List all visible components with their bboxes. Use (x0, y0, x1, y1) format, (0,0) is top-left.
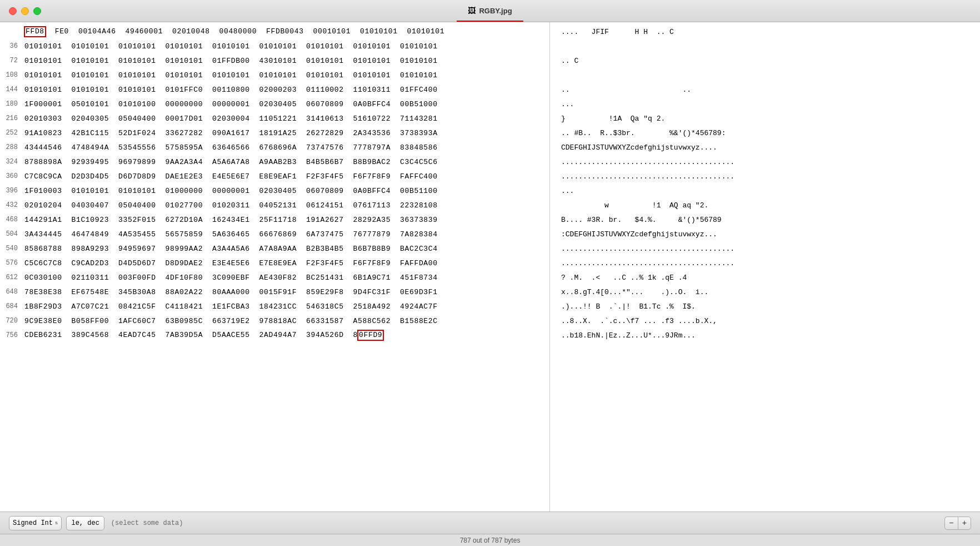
ascii-row: ........................................ (554, 256, 976, 270)
ascii-row: .... JFIF H H .. C (554, 24, 976, 39)
hex-row: 468 144291A1 B1C10923 3352F015 6272D10A … (0, 212, 549, 227)
hex-bytes: 1B8F29D3 A7C07C21 08421C5F C4118421 1E1F… (22, 302, 549, 311)
hex-row: 324 8788898A 92939495 96979899 9AA2A3A4 … (0, 155, 549, 169)
minus-icon: − (949, 519, 953, 528)
hex-bytes: 02010303 02040305 05040400 00017D01 0203… (22, 115, 549, 123)
hex-row: 576 C5C6C7C8 C9CAD2D3 D4D5D6D7 D8D9DAE2 … (0, 256, 549, 270)
highlight-ffd9: 0FFD9 (357, 330, 384, 341)
ascii-row: :CDEFGHIJSTUVWXYZcdefghijstuvwxyz... (554, 227, 976, 241)
row-offset: 576 (0, 259, 22, 267)
hex-panel[interactable]: FFD8 FE0 00104A46 49460001 02010048 0048… (0, 22, 550, 512)
hex-row: 108 01010101 01010101 01010101 01010101 … (0, 68, 549, 82)
ascii-row: } !1A Qa "q 2. (554, 111, 976, 126)
hex-row: 72 01010101 01010101 01010101 01010101 0… (0, 53, 549, 68)
ascii-row: ........................................ (554, 241, 976, 256)
hex-bytes: 01010101 01010101 01010101 0101FFC0 0011… (22, 86, 549, 94)
endian-select[interactable]: le, dec (66, 516, 104, 530)
hex-bytes: 01010101 01010101 01010101 01010101 0101… (22, 42, 549, 51)
hex-bytes: 01010101 01010101 01010101 01010101 0101… (22, 71, 549, 80)
ascii-row: CDEFGHIJSTUVWXYZcdefghijstuvwxyz.... (554, 140, 976, 155)
ascii-row: .)...!! B .`.|! B1.Tc .% I$. (554, 299, 976, 314)
row-offset: 684 (0, 302, 22, 310)
ascii-row: ? .M. .< ..C ..% 1k .qE .4 (554, 270, 976, 285)
hex-row: 288 43444546 4748494A 53545556 5758595A … (0, 140, 549, 155)
row-offset: 288 (0, 143, 22, 151)
hex-row: FFD8 FE0 00104A46 49460001 02010048 0048… (0, 24, 549, 39)
ascii-row: w !1 AQ aq "2. (554, 198, 976, 212)
chevron-up-down-icon: ⇅ (55, 520, 58, 526)
row-offset: 252 (0, 129, 22, 137)
hex-row: 360 C7C8C9CA D2D3D4D5 D6D7D8D9 DAE1E2E3 … (0, 169, 549, 183)
row-offset: 540 (0, 245, 22, 252)
status-bar: 787 out of 787 bytes (0, 534, 980, 546)
hex-row: 504 3A434445 46474849 4A535455 56575859 … (0, 227, 549, 241)
stepper-minus-button[interactable]: − (944, 517, 958, 530)
selection-status: (select some data) (111, 519, 183, 527)
ascii-row (554, 68, 976, 82)
minimize-button[interactable] (21, 7, 29, 15)
hex-row: 144 01010101 01010101 01010101 0101FFC0 … (0, 82, 549, 97)
hex-row: 180 1F000001 05010101 01010100 00000000 … (0, 97, 549, 111)
row-offset: 36 (0, 42, 22, 50)
row-offset: 180 (0, 100, 22, 108)
hex-bytes: 8788898A 92939495 96979899 9AA2A3A4 A5A6… (22, 158, 549, 166)
plus-icon: + (962, 519, 967, 528)
hex-row: 36 01010101 01010101 01010101 01010101 0… (0, 39, 549, 53)
ascii-row: ... (554, 97, 976, 111)
hex-bytes: 3A434445 46474849 4A535455 56575859 5A63… (22, 230, 549, 239)
row-offset: 216 (0, 115, 22, 122)
row-offset: 504 (0, 230, 22, 238)
row-offset: 468 (0, 216, 22, 224)
row-offset: 108 (0, 71, 22, 79)
signed-int-select[interactable]: Signed Int ⇅ (9, 516, 62, 530)
signed-int-label: Signed Int (13, 519, 53, 527)
ascii-row: ........................................ (554, 155, 976, 169)
hex-bytes: 91A10823 42B1C115 52D1F024 33627282 090A… (22, 129, 549, 137)
hex-bytes: 02010204 04030407 05040400 01027700 0102… (22, 201, 549, 210)
endian-label: le, dec (71, 519, 99, 527)
bottom-bar: Signed Int ⇅ le, dec (select some data) … (0, 512, 980, 534)
row-offset: 612 (0, 274, 22, 281)
file-icon: 🖼 (468, 7, 476, 16)
stepper-group: − + (944, 517, 971, 530)
hex-bytes: 9C9E38E0 B058FF00 1AFC60C7 63B0985C 6637… (22, 317, 549, 325)
traffic-lights (9, 7, 41, 15)
ascii-panel: .... JFIF H H .. C .. C .. .. ... } !1A … (550, 22, 980, 512)
row-offset: 648 (0, 288, 22, 296)
hex-bytes: 01010101 01010101 01010101 01010101 01FF… (22, 57, 549, 65)
hex-bytes: 144291A1 B1C10923 3352F015 6272D10A 1624… (22, 216, 549, 224)
row-offset: 396 (0, 187, 22, 195)
row-offset: 144 (0, 86, 22, 93)
ascii-row: ..b18.EhN.|Ez..Z...U*...9JRm... (554, 328, 976, 343)
status-text: 787 out of 787 bytes (460, 537, 521, 544)
hex-bytes: 1F000001 05010101 01010100 00000000 0000… (22, 100, 549, 108)
hex-bytes: 43444546 4748494A 53545556 5758595A 6364… (22, 143, 549, 152)
hex-bytes: FFD8 FE0 00104A46 49460001 02010048 0048… (22, 26, 549, 37)
maximize-button[interactable] (33, 7, 41, 15)
row-offset: 72 (0, 57, 22, 64)
hex-bytes: C5C6C7C8 C9CAD2D3 D4D5D6D7 D8D9DAE2 E3E4… (22, 259, 549, 267)
close-button[interactable] (9, 7, 17, 15)
hex-bytes: CDEB6231 389C4568 4EAD7C45 7AB39D5A D5AA… (22, 330, 549, 341)
hex-row: 684 1B8F29D3 A7C07C21 08421C5F C4118421 … (0, 299, 549, 314)
hex-bytes: 78E38E38 EF67548E 345B30A8 88A02A22 80AA… (22, 288, 549, 296)
title-underline (457, 21, 523, 22)
hex-row: 540 85868788 898A9293 94959697 98999AA2 … (0, 241, 549, 256)
hex-row: 396 1F010003 01010101 01010101 01000000 … (0, 183, 549, 198)
row-offset: 360 (0, 172, 22, 180)
highlight-ffd8: FFD8 (24, 26, 46, 37)
row-offset: 720 (0, 317, 22, 325)
ascii-row: .. #B.. R..$3br. %&'()*456789: (554, 126, 976, 140)
hex-row: 720 9C9E38E0 B058FF00 1AFC60C7 63B0985C … (0, 314, 549, 328)
hex-bytes: C7C8C9CA D2D3D4D5 D6D7D8D9 DAE1E2E3 E4E5… (22, 172, 549, 181)
ascii-row: ..8..X. .`.c..\f7 ... .f3 ....b.X., (554, 314, 976, 328)
hex-row: 612 0C030100 02110311 003F00FD 4DF10F80 … (0, 270, 549, 285)
row-offset: 756 (0, 331, 22, 339)
ascii-row: ... (554, 183, 976, 198)
hex-bytes: 85868788 898A9293 94959697 98999AA2 A3A4… (22, 245, 549, 253)
stepper-plus-button[interactable]: + (958, 517, 971, 530)
main-content: FFD8 FE0 00104A46 49460001 02010048 0048… (0, 22, 980, 512)
hex-row: 252 91A10823 42B1C115 52D1F024 33627282 … (0, 126, 549, 140)
row-offset: 432 (0, 201, 22, 209)
ascii-row: B.... #3R. br. $4.%. &'()*56789 (554, 212, 976, 227)
